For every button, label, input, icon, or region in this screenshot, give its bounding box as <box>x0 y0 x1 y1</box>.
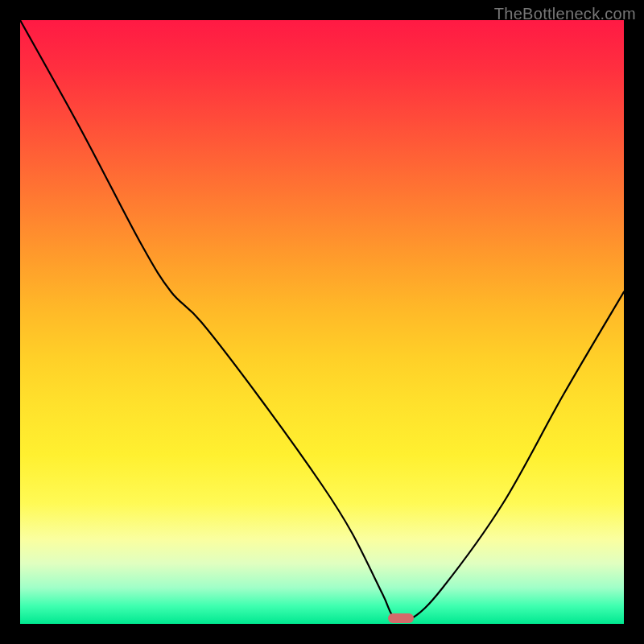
chart-container: TheBottleneck.com <box>0 0 644 644</box>
plot-area <box>20 20 624 624</box>
bottleneck-curve <box>20 20 624 624</box>
optimal-marker <box>388 613 414 623</box>
